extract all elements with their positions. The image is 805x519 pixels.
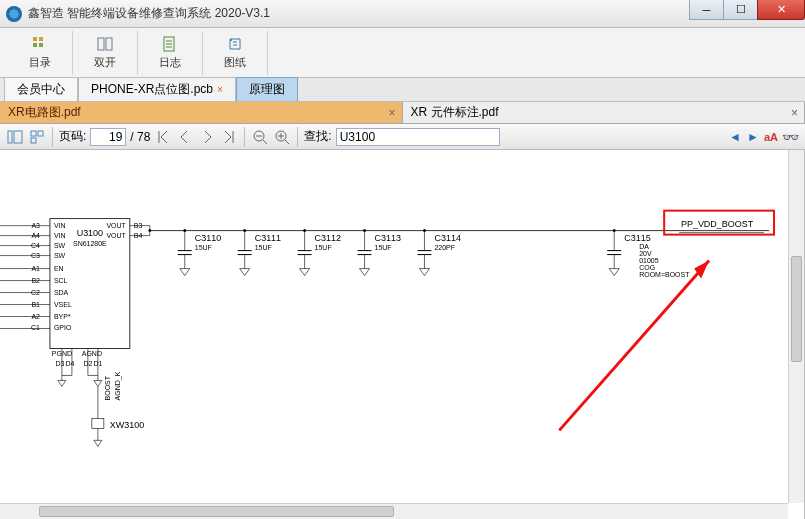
page-number-input[interactable]: [90, 128, 126, 146]
svg-text:C3113: C3113: [375, 233, 401, 243]
drawing-button[interactable]: 图纸: [213, 31, 257, 75]
pdf-tab-components[interactable]: XR 元件标注.pdf ×: [403, 102, 806, 123]
svg-text:D3: D3: [55, 360, 64, 367]
page-label: 页码:: [59, 128, 86, 145]
svg-text:B4: B4: [134, 232, 143, 239]
first-icon: [155, 129, 171, 145]
zoom-out-button[interactable]: [251, 128, 269, 146]
svg-text:VIN: VIN: [54, 222, 66, 229]
svg-text:SW: SW: [54, 252, 66, 259]
sidebar-toggle-button[interactable]: [6, 128, 24, 146]
window-close-button[interactable]: ✕: [757, 0, 805, 20]
next-icon: [199, 129, 215, 145]
tab-member-center[interactable]: 会员中心: [4, 77, 78, 101]
zoom-in-button[interactable]: [273, 128, 291, 146]
svg-text:D4: D4: [65, 360, 74, 367]
pdf-toolbar: 页码: / 78 查找: ◄ ► aA 👓: [0, 124, 805, 150]
prev-icon: [177, 129, 193, 145]
svg-text:ROOM=BOOST: ROOM=BOOST: [639, 271, 690, 278]
page-total: / 78: [130, 130, 150, 144]
close-icon[interactable]: ×: [217, 84, 223, 95]
thumbnail-button[interactable]: [28, 128, 46, 146]
first-page-button[interactable]: [154, 128, 172, 146]
svg-rect-80: [92, 418, 104, 428]
drawing-icon: [226, 35, 244, 53]
pdf-tab-row: XR电路图.pdf × XR 元件标注.pdf ×: [0, 102, 805, 124]
svg-rect-2: [33, 43, 37, 47]
svg-text:COG: COG: [639, 264, 655, 271]
svg-text:C3115: C3115: [624, 233, 650, 243]
svg-text:SDA: SDA: [54, 289, 69, 296]
svg-text:C3112: C3112: [315, 233, 341, 243]
svg-point-105: [363, 229, 366, 232]
match-case-button[interactable]: aA: [764, 131, 778, 143]
svg-rect-13: [31, 131, 36, 136]
find-next-button[interactable]: ►: [746, 130, 760, 144]
svg-text:AGND_K: AGND_K: [114, 371, 122, 400]
svg-text:VOUT: VOUT: [106, 232, 126, 239]
svg-text:C2: C2: [31, 289, 40, 296]
find-all-button[interactable]: 👓: [782, 129, 799, 145]
svg-text:PP_VDD_BOOST: PP_VDD_BOOST: [681, 219, 754, 229]
dual-open-button[interactable]: 双开: [83, 31, 127, 75]
window-maximize-button[interactable]: ☐: [723, 0, 757, 20]
find-prev-button[interactable]: ◄: [728, 130, 742, 144]
svg-text:B2: B2: [31, 277, 40, 284]
scrollbar-thumb[interactable]: [39, 506, 394, 517]
svg-point-119: [613, 229, 616, 232]
svg-text:A2: A2: [31, 313, 40, 320]
next-page-button[interactable]: [198, 128, 216, 146]
vertical-scrollbar[interactable]: [788, 150, 804, 503]
svg-rect-3: [39, 43, 43, 47]
svg-line-22: [285, 140, 289, 144]
svg-text:01005: 01005: [639, 257, 659, 264]
svg-text:VOUT: VOUT: [106, 222, 126, 229]
svg-text:B3: B3: [134, 222, 143, 229]
schematic-viewer[interactable]: U3100 SN61280E A3VIN A4VIN C4SW C3SW A1E…: [0, 150, 805, 519]
schematic-canvas: U3100 SN61280E A3VIN A4VIN C4SW C3SW A1E…: [0, 150, 788, 503]
svg-rect-0: [33, 37, 37, 41]
pdf-tab-circuit[interactable]: XR电路图.pdf ×: [0, 102, 403, 123]
svg-rect-11: [8, 131, 12, 143]
svg-text:C3110: C3110: [195, 233, 221, 243]
svg-text:U3100: U3100: [77, 228, 103, 238]
svg-rect-12: [14, 131, 22, 143]
svg-text:EN: EN: [54, 265, 64, 272]
thumbnail-icon: [29, 129, 45, 145]
svg-text:VIN: VIN: [54, 232, 66, 239]
close-icon[interactable]: ×: [388, 106, 395, 120]
find-label: 查找:: [304, 128, 331, 145]
app-title: 鑫智造 智能终端设备维修查询系统 2020-V3.1: [28, 5, 270, 22]
tab-pcb-file[interactable]: PHONE-XR点位图.pcb×: [78, 77, 236, 101]
app-icon: [6, 6, 22, 22]
prev-page-button[interactable]: [176, 128, 194, 146]
svg-text:GPIO: GPIO: [54, 324, 72, 331]
svg-rect-4: [98, 38, 104, 50]
horizontal-scrollbar[interactable]: [0, 503, 788, 519]
svg-text:15UF: 15UF: [375, 244, 392, 251]
zoom-in-icon: [274, 129, 290, 145]
svg-text:SW: SW: [54, 242, 66, 249]
svg-text:A3: A3: [31, 222, 40, 229]
find-input[interactable]: [336, 128, 500, 146]
svg-point-91: [243, 229, 246, 232]
scrollbar-thumb[interactable]: [791, 256, 802, 362]
log-button[interactable]: 日志: [148, 31, 192, 75]
window-minimize-button[interactable]: ─: [689, 0, 723, 20]
svg-text:A1: A1: [31, 265, 40, 272]
svg-point-84: [183, 229, 186, 232]
svg-text:BYP*: BYP*: [54, 313, 71, 320]
last-page-button[interactable]: [220, 128, 238, 146]
svg-text:C1: C1: [31, 324, 40, 331]
svg-text:SN61280E: SN61280E: [73, 240, 107, 247]
window-titlebar: 鑫智造 智能终端设备维修查询系统 2020-V3.1 ─ ☐ ✕: [0, 0, 805, 28]
svg-text:220PF: 220PF: [434, 244, 455, 251]
svg-text:BOOST: BOOST: [104, 375, 111, 400]
svg-text:15UF: 15UF: [255, 244, 272, 251]
svg-text:SCL: SCL: [54, 277, 68, 284]
main-toolbar: 目录 双开 日志 图纸: [0, 28, 805, 78]
close-icon[interactable]: ×: [791, 106, 798, 120]
catalog-button[interactable]: 目录: [18, 31, 62, 75]
svg-point-112: [423, 229, 426, 232]
tab-schematic[interactable]: 原理图: [236, 77, 298, 101]
